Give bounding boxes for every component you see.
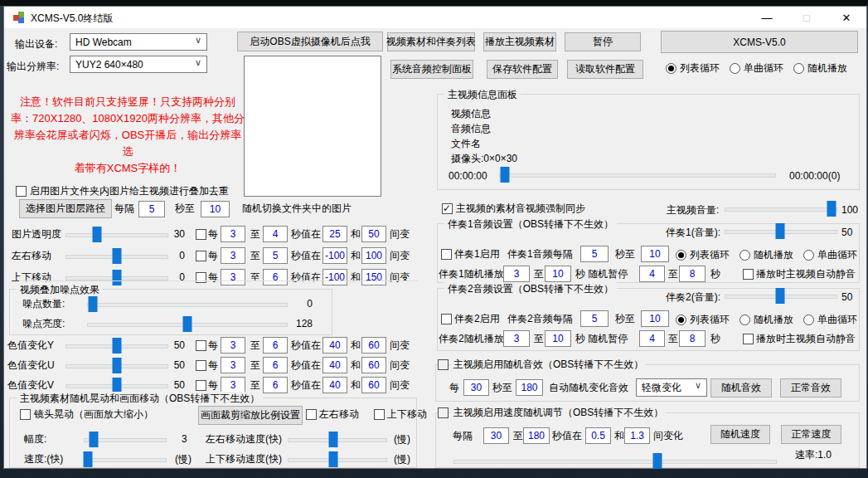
opacity-time-from-input[interactable]: 3	[221, 226, 245, 242]
color-u-time-from-input[interactable]: 3	[221, 357, 245, 373]
accomp2-pfrom-input[interactable]: 4	[639, 330, 665, 347]
accomp2-to-input[interactable]: 10	[641, 310, 669, 327]
ud-speed-slider[interactable]	[288, 451, 387, 467]
main-volume-slider[interactable]	[725, 201, 837, 217]
fx-from-input[interactable]: 30	[463, 379, 489, 396]
shake-lr-checkbox[interactable]	[306, 409, 317, 420]
speed-slider[interactable]	[453, 453, 777, 469]
opacity-max-input[interactable]: 50	[361, 226, 386, 242]
opacity-auto-checkbox[interactable]	[196, 229, 206, 240]
accomp2-volume-slider[interactable]	[725, 288, 837, 304]
opacity-label: 图片透明度	[12, 228, 61, 241]
every-interval-label: 每隔	[114, 202, 134, 215]
fx-combobox[interactable]: 轻微变化 ∨	[636, 378, 707, 397]
opacity-time-to-input[interactable]: 4	[263, 226, 288, 242]
color-u-max-input[interactable]: 60	[361, 357, 386, 373]
shake-ud-checkbox[interactable]	[374, 409, 385, 420]
color-u-slider[interactable]	[65, 358, 168, 373]
play-main-video-button[interactable]: 播放主视频素材	[483, 32, 556, 51]
accomp1-pto-input[interactable]: 8	[679, 266, 706, 282]
lens-shake-checkbox[interactable]	[20, 409, 31, 420]
accomp2-radio-list-loop[interactable]	[676, 315, 686, 325]
zhi-label: 至	[534, 268, 544, 280]
fx-to-input[interactable]: 180	[516, 379, 543, 396]
zhi-label: 至	[534, 333, 544, 345]
speed-to-input[interactable]: 180	[523, 427, 550, 444]
speed-from-input[interactable]: 30	[483, 427, 509, 444]
accomp2-rto-input[interactable]: 10	[545, 330, 571, 347]
xcms-button[interactable]: XCMS-V5.0	[661, 31, 858, 53]
accomp1-volume-slider[interactable]	[725, 223, 837, 239]
speed-enable-checkbox[interactable]	[438, 407, 449, 418]
status-listbox[interactable]	[244, 56, 381, 197]
video-info-line: 视频信息	[451, 108, 491, 120]
filename-line: 文件名	[451, 138, 481, 150]
accomp1-to-input[interactable]: 10	[641, 246, 669, 262]
load-config-button[interactable]: 读取软件配置	[567, 60, 643, 79]
timeline-slider[interactable]	[499, 167, 776, 183]
color-u-time-to-input[interactable]: 6	[263, 357, 288, 373]
color-u-auto-checkbox[interactable]	[196, 360, 206, 371]
accomp1-pfrom-input[interactable]: 4	[639, 266, 665, 282]
accomp1-volume-value: 50	[839, 227, 855, 239]
he-label: 和	[351, 228, 361, 241]
accomp1-enable-row: 伴奏1启用 伴奏1音频每隔 5 秒至 10 列表循环 随机播放 单曲循环	[4, 245, 866, 265]
accomp2-rfrom-input[interactable]: 3	[503, 330, 530, 347]
noise-count-label: 噪点数量:	[22, 298, 65, 310]
accomp1-radio-list-loop[interactable]	[676, 250, 686, 261]
color-u-min-input[interactable]: 40	[322, 357, 347, 373]
normal-fx-button[interactable]: 正常音效	[780, 378, 841, 398]
accomp1-rto-input[interactable]: 10	[545, 266, 571, 282]
audio-info-line: 音频信息	[451, 123, 491, 135]
random-fx-button[interactable]: 随机音效	[710, 378, 772, 398]
accomp1-radio-single-label: 单曲循环	[817, 248, 857, 262]
fx-enable-checkbox[interactable]	[438, 359, 449, 370]
shake-speed-slider[interactable]	[84, 451, 167, 467]
image-interval-from-input[interactable]: 5	[138, 201, 165, 217]
chevron-down-icon[interactable]: ∨	[695, 380, 701, 391]
accomp2-radio-random[interactable]	[739, 315, 750, 325]
accomp2-pto-input[interactable]: 8	[679, 330, 706, 347]
select-image-path-button[interactable]: 选择图片图层路径	[19, 199, 112, 218]
speed-rate-label: 速率:1.0	[795, 449, 832, 461]
radio-random-play[interactable]	[793, 63, 804, 74]
accomp2-volume-value: 50	[839, 291, 855, 304]
system-audio-panel-button[interactable]: 系统音频控制面板	[390, 60, 473, 79]
material-list-button[interactable]: 视频素材和伴奏列表	[387, 32, 475, 51]
accomp1-mute-checkbox[interactable]	[743, 269, 754, 280]
chevron-down-icon[interactable]: ∨	[195, 57, 201, 68]
speed-max-input[interactable]: 1.3	[624, 427, 650, 444]
accomp1-mode-radio-group: 列表循环 随机播放 单曲循环	[676, 248, 867, 262]
accomp1-from-input[interactable]: 5	[580, 246, 609, 262]
accomp1-radio-random[interactable]	[739, 250, 750, 261]
speed-min-input[interactable]: 0.5	[585, 427, 611, 444]
jianbian-label: 间变	[390, 359, 410, 372]
start-obs-button[interactable]: 启动OBS虚拟摄像机后点我	[237, 32, 383, 51]
radio-single-loop[interactable]	[730, 63, 740, 74]
accomp2-mute-checkbox[interactable]	[743, 334, 754, 344]
pause-button[interactable]: 暂停	[565, 32, 641, 51]
output-resolution-combobox[interactable]: YUY2 640×480 ∨	[70, 56, 207, 73]
accomp2-random-row: 伴奏2随机播放 3 至 10 秒 随机暂停 4 至 8 秒 播放时主视频自动静音	[4, 329, 866, 349]
accomp2-radio-single[interactable]	[803, 315, 814, 325]
random-speed-button[interactable]: 随机速度	[710, 425, 770, 444]
accomp1-radio-list-loop-label: 列表循环	[690, 248, 730, 262]
accomp2-from-input[interactable]: 5	[580, 310, 609, 327]
accomp2-mode-radio-group: 列表循环 随机播放 单曲循环	[676, 313, 867, 327]
opacity-slider[interactable]	[65, 227, 168, 242]
av-sync-checkbox[interactable]	[442, 203, 453, 214]
radio-list-loop[interactable]	[666, 63, 676, 74]
accomp2-enable-checkbox[interactable]	[441, 314, 452, 324]
normal-speed-button[interactable]: 正常速度	[781, 425, 841, 444]
save-config-button[interactable]: 保存软件配置	[487, 60, 558, 79]
accomp1-rfrom-input[interactable]: 3	[503, 266, 530, 282]
opacity-min-input[interactable]: 25	[322, 226, 347, 242]
accomp1-radio-single[interactable]	[803, 250, 814, 261]
output-device-combobox[interactable]: HD Webcam ∨	[70, 33, 207, 51]
overlay-enable-checkbox[interactable]	[16, 186, 27, 197]
chevron-down-icon[interactable]: ∨	[195, 35, 201, 46]
mei-label: 每	[208, 359, 218, 372]
accomp1-enable-checkbox[interactable]	[441, 249, 452, 260]
crop-scale-button[interactable]: 画面裁剪缩放比例设置	[198, 406, 303, 425]
image-interval-to-input[interactable]: 10	[201, 201, 230, 217]
